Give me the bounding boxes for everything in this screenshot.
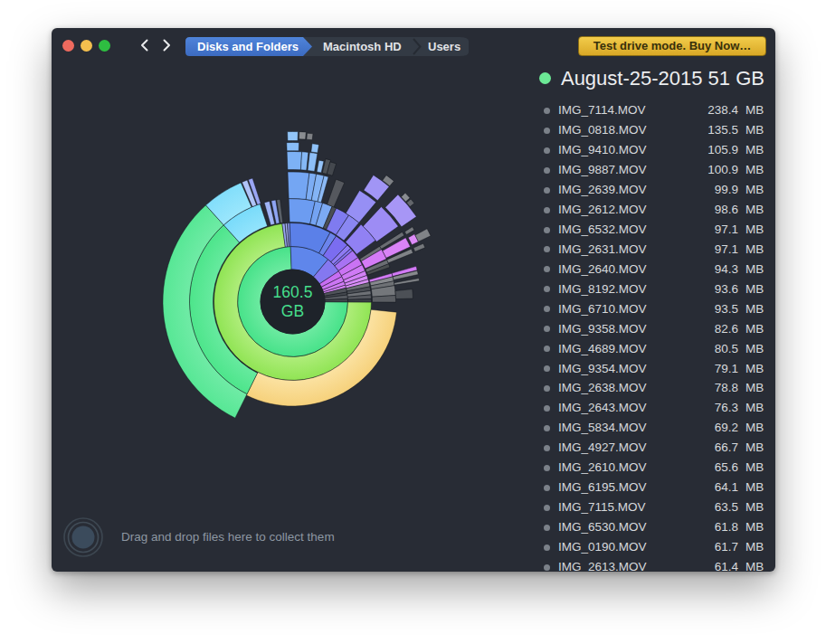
svg-text:GB: GB <box>281 302 304 320</box>
svg-text:160.5: 160.5 <box>273 283 313 301</box>
